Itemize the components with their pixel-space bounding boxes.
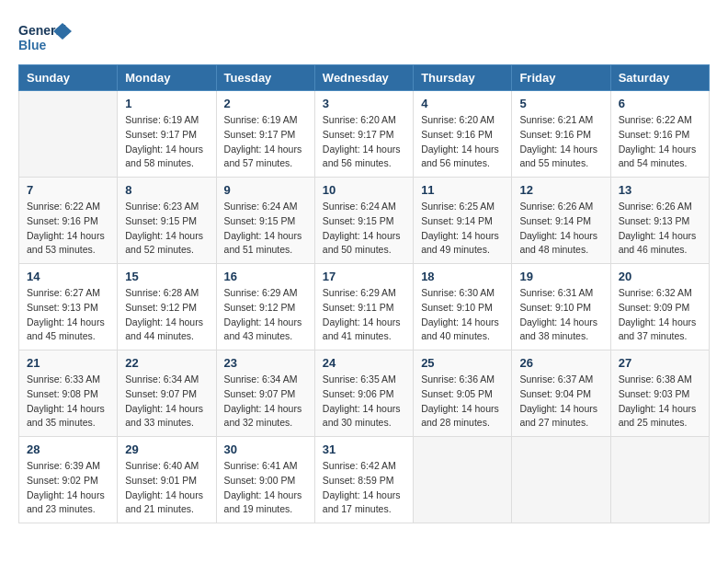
calendar-day-cell: 28Sunrise: 6:39 AM Sunset: 9:02 PM Dayli…: [19, 437, 118, 523]
day-number: 5: [519, 97, 602, 110]
calendar-day-cell: 23Sunrise: 6:34 AM Sunset: 9:07 PM Dayli…: [216, 350, 314, 437]
calendar-day-cell: 3Sunrise: 6:20 AM Sunset: 9:17 PM Daylig…: [314, 91, 413, 178]
calendar-day-cell: [414, 437, 512, 523]
day-number: 17: [323, 270, 405, 283]
day-of-week-header: Sunday: [19, 65, 118, 91]
calendar-table: SundayMondayTuesdayWednesdayThursdayFrid…: [18, 64, 710, 523]
day-number: 26: [519, 356, 602, 370]
calendar-day-cell: [512, 437, 610, 523]
calendar-day-cell: 24Sunrise: 6:35 AM Sunset: 9:06 PM Dayli…: [314, 350, 413, 437]
day-number: 15: [125, 270, 208, 283]
day-info: Sunrise: 6:26 AM Sunset: 9:14 PM Dayligh…: [519, 200, 602, 258]
day-number: 20: [619, 270, 701, 283]
day-number: 14: [27, 270, 109, 283]
calendar-day-cell: 30Sunrise: 6:41 AM Sunset: 9:00 PM Dayli…: [216, 437, 314, 523]
day-number: 24: [323, 356, 405, 370]
calendar-day-cell: 25Sunrise: 6:36 AM Sunset: 9:05 PM Dayli…: [414, 350, 512, 437]
day-number: 13: [619, 183, 701, 197]
calendar-day-cell: [610, 437, 709, 523]
calendar-day-cell: 16Sunrise: 6:29 AM Sunset: 9:12 PM Dayli…: [216, 264, 314, 350]
day-info: Sunrise: 6:41 AM Sunset: 9:00 PM Dayligh…: [224, 459, 307, 517]
day-info: Sunrise: 6:19 AM Sunset: 9:17 PM Dayligh…: [224, 113, 307, 171]
day-info: Sunrise: 6:20 AM Sunset: 9:17 PM Dayligh…: [323, 113, 405, 171]
day-number: 6: [619, 97, 701, 110]
day-number: 9: [224, 183, 307, 197]
day-number: 10: [323, 183, 405, 197]
calendar-day-cell: 8Sunrise: 6:23 AM Sunset: 9:15 PM Daylig…: [118, 178, 216, 264]
logo-svg: GeneralBlue: [18, 18, 74, 55]
day-info: Sunrise: 6:34 AM Sunset: 9:07 PM Dayligh…: [224, 373, 307, 431]
calendar-day-cell: 10Sunrise: 6:24 AM Sunset: 9:15 PM Dayli…: [314, 178, 413, 264]
day-info: Sunrise: 6:35 AM Sunset: 9:06 PM Dayligh…: [323, 373, 405, 431]
day-number: 29: [125, 442, 208, 456]
calendar-week-row: 21Sunrise: 6:33 AM Sunset: 9:08 PM Dayli…: [19, 350, 710, 437]
day-info: Sunrise: 6:26 AM Sunset: 9:13 PM Dayligh…: [619, 200, 701, 258]
day-info: Sunrise: 6:34 AM Sunset: 9:07 PM Dayligh…: [125, 373, 208, 431]
day-number: 16: [224, 270, 307, 283]
calendar-week-row: 14Sunrise: 6:27 AM Sunset: 9:13 PM Dayli…: [19, 264, 710, 350]
day-info: Sunrise: 6:22 AM Sunset: 9:16 PM Dayligh…: [619, 113, 701, 171]
day-info: Sunrise: 6:40 AM Sunset: 9:01 PM Dayligh…: [125, 459, 208, 517]
day-info: Sunrise: 6:32 AM Sunset: 9:09 PM Dayligh…: [619, 286, 701, 344]
day-of-week-header: Tuesday: [216, 65, 314, 91]
day-of-week-header: Wednesday: [314, 65, 413, 91]
day-number: 22: [125, 356, 208, 370]
calendar-day-cell: 18Sunrise: 6:30 AM Sunset: 9:10 PM Dayli…: [414, 264, 512, 350]
day-info: Sunrise: 6:21 AM Sunset: 9:16 PM Dayligh…: [519, 113, 602, 171]
day-info: Sunrise: 6:39 AM Sunset: 9:02 PM Dayligh…: [27, 459, 109, 517]
day-number: 31: [323, 442, 405, 456]
day-number: 25: [421, 356, 504, 370]
day-number: 21: [27, 356, 109, 370]
calendar-day-cell: 22Sunrise: 6:34 AM Sunset: 9:07 PM Dayli…: [118, 350, 216, 437]
day-info: Sunrise: 6:42 AM Sunset: 8:59 PM Dayligh…: [323, 459, 405, 517]
calendar-day-cell: 21Sunrise: 6:33 AM Sunset: 9:08 PM Dayli…: [19, 350, 118, 437]
day-number: 3: [323, 97, 405, 110]
page-header: GeneralBlue: [18, 18, 710, 55]
calendar-day-cell: 20Sunrise: 6:32 AM Sunset: 9:09 PM Dayli…: [610, 264, 709, 350]
calendar-day-cell: 11Sunrise: 6:25 AM Sunset: 9:14 PM Dayli…: [414, 178, 512, 264]
calendar-day-cell: 5Sunrise: 6:21 AM Sunset: 9:16 PM Daylig…: [512, 91, 610, 178]
logo: GeneralBlue: [18, 18, 74, 55]
calendar-day-cell: 2Sunrise: 6:19 AM Sunset: 9:17 PM Daylig…: [216, 91, 314, 178]
day-info: Sunrise: 6:24 AM Sunset: 9:15 PM Dayligh…: [224, 200, 307, 258]
calendar-day-cell: 7Sunrise: 6:22 AM Sunset: 9:16 PM Daylig…: [19, 178, 118, 264]
calendar-day-cell: 26Sunrise: 6:37 AM Sunset: 9:04 PM Dayli…: [512, 350, 610, 437]
calendar-day-cell: 15Sunrise: 6:28 AM Sunset: 9:12 PM Dayli…: [118, 264, 216, 350]
day-of-week-header: Saturday: [610, 65, 709, 91]
calendar-week-row: 28Sunrise: 6:39 AM Sunset: 9:02 PM Dayli…: [19, 437, 710, 523]
day-info: Sunrise: 6:25 AM Sunset: 9:14 PM Dayligh…: [421, 200, 504, 258]
day-number: 30: [224, 442, 307, 456]
day-info: Sunrise: 6:36 AM Sunset: 9:05 PM Dayligh…: [421, 373, 504, 431]
calendar-day-cell: [19, 91, 118, 178]
day-number: 2: [224, 97, 307, 110]
calendar-day-cell: 31Sunrise: 6:42 AM Sunset: 8:59 PM Dayli…: [314, 437, 413, 523]
day-info: Sunrise: 6:29 AM Sunset: 9:12 PM Dayligh…: [224, 286, 307, 344]
day-number: 27: [619, 356, 701, 370]
day-info: Sunrise: 6:30 AM Sunset: 9:10 PM Dayligh…: [421, 286, 504, 344]
day-info: Sunrise: 6:29 AM Sunset: 9:11 PM Dayligh…: [323, 286, 405, 344]
day-info: Sunrise: 6:28 AM Sunset: 9:12 PM Dayligh…: [125, 286, 208, 344]
day-of-week-header: Friday: [512, 65, 610, 91]
day-info: Sunrise: 6:19 AM Sunset: 9:17 PM Dayligh…: [125, 113, 208, 171]
day-of-week-header: Monday: [118, 65, 216, 91]
day-info: Sunrise: 6:23 AM Sunset: 9:15 PM Dayligh…: [125, 200, 208, 258]
day-number: 18: [421, 270, 504, 283]
day-info: Sunrise: 6:24 AM Sunset: 9:15 PM Dayligh…: [323, 200, 405, 258]
day-info: Sunrise: 6:22 AM Sunset: 9:16 PM Dayligh…: [27, 200, 109, 258]
day-number: 7: [27, 183, 109, 197]
calendar-day-cell: 19Sunrise: 6:31 AM Sunset: 9:10 PM Dayli…: [512, 264, 610, 350]
day-info: Sunrise: 6:33 AM Sunset: 9:08 PM Dayligh…: [27, 373, 109, 431]
calendar-day-cell: 4Sunrise: 6:20 AM Sunset: 9:16 PM Daylig…: [414, 91, 512, 178]
calendar-day-cell: 1Sunrise: 6:19 AM Sunset: 9:17 PM Daylig…: [118, 91, 216, 178]
day-of-week-header: Thursday: [414, 65, 512, 91]
svg-text:Blue: Blue: [18, 38, 47, 52]
day-number: 23: [224, 356, 307, 370]
day-number: 12: [519, 183, 602, 197]
day-number: 11: [421, 183, 504, 197]
day-number: 4: [421, 97, 504, 110]
calendar-day-cell: 13Sunrise: 6:26 AM Sunset: 9:13 PM Dayli…: [610, 178, 709, 264]
calendar-day-cell: 17Sunrise: 6:29 AM Sunset: 9:11 PM Dayli…: [314, 264, 413, 350]
calendar-day-cell: 12Sunrise: 6:26 AM Sunset: 9:14 PM Dayli…: [512, 178, 610, 264]
day-number: 19: [519, 270, 602, 283]
calendar-day-cell: 27Sunrise: 6:38 AM Sunset: 9:03 PM Dayli…: [610, 350, 709, 437]
